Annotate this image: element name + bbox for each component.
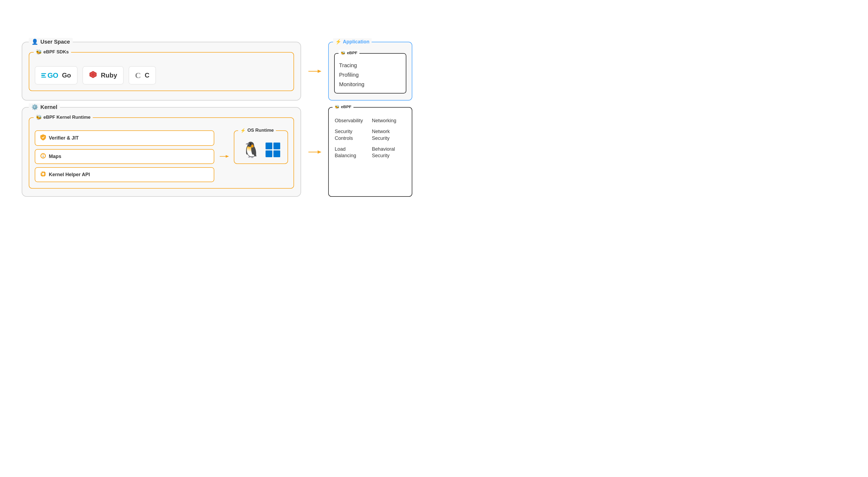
top-row: 👤 User Space 🐝 eBPF SDKs <box>22 42 412 101</box>
application-box: ⚡ Application 🐝 eBPF Tracing Profiling M… <box>328 42 412 101</box>
bottom-row: ⚙️ Kernel 🐝 eBPF Kernel Runtime <box>22 107 412 197</box>
win-block-4 <box>273 150 280 157</box>
kernel-runtime-box: 🐝 eBPF Kernel Runtime <box>29 117 294 189</box>
ebpf-kernel-right-label: 🐝 eBPF <box>333 104 353 109</box>
svg-rect-13 <box>40 174 41 174</box>
profiling-item: Profiling <box>339 72 401 78</box>
svg-point-10 <box>42 173 44 175</box>
kernel-box: ⚙️ Kernel 🐝 eBPF Kernel Runtime <box>22 107 301 197</box>
behavioral-security-item: BehavioralSecurity <box>372 146 406 159</box>
svg-rect-14 <box>45 174 46 174</box>
svg-marker-19 <box>318 150 321 154</box>
os-runtime-box: ⚡ OS Runtime 🐧 <box>234 130 288 164</box>
bee-icon-sdks: 🐝 <box>36 49 42 55</box>
go-pill: GO Go <box>35 66 78 84</box>
kernel-runtime-label: 🐝 eBPF Kernel Runtime <box>34 114 93 121</box>
os-icons-row: 🐧 <box>240 142 282 158</box>
user-space-box: 👤 User Space 🐝 eBPF SDKs <box>22 42 301 101</box>
win-block-1 <box>266 142 272 149</box>
go-logo-icon: GO <box>41 71 58 80</box>
tracing-list: Tracing Profiling Monitoring <box>339 62 401 88</box>
networking-item: Networking <box>372 117 406 124</box>
kernel-label: ⚙️ Kernel <box>29 103 60 111</box>
application-label: ⚡ Application <box>333 38 372 45</box>
ruby-pill: Ruby <box>83 66 124 84</box>
monitoring-item: Monitoring <box>339 81 401 88</box>
pills-to-os-arrow <box>219 154 229 159</box>
gear-icon-kernel <box>40 171 46 178</box>
ebpf-sdks-label: 🐝 eBPF SDKs <box>34 48 71 56</box>
chip-icon: ⚙️ <box>31 104 38 110</box>
c-pill: C C <box>129 66 156 84</box>
tracing-item: Tracing <box>339 62 401 69</box>
ebpf-kernel-right-box: 🐝 eBPF Observability Networking Security… <box>328 107 412 197</box>
security-controls-item: SecurityControls <box>335 128 369 141</box>
person-icon: 👤 <box>31 38 38 45</box>
bee-icon-kernel: 🐝 <box>36 114 42 120</box>
app-ebpf-box: 🐝 eBPF Tracing Profiling Monitoring <box>334 53 406 94</box>
win-block-2 <box>273 142 280 149</box>
compass-icon <box>40 153 46 160</box>
bolt-icon-os: ⚡ <box>240 128 246 133</box>
kernel-inner-row: Verifier & JIT Maps <box>35 130 288 182</box>
bee-icon-app: 🐝 <box>341 51 345 55</box>
load-balancing-item: LoadBalancing <box>335 146 369 159</box>
sdk-pills-row: GO Go <box>35 66 288 84</box>
kernel-pills-col: Verifier & JIT Maps <box>35 130 214 182</box>
os-runtime-label: ⚡ OS Runtime <box>238 127 276 134</box>
network-security-item: NetworkSecurity <box>372 128 406 141</box>
observability-item: Observability <box>335 117 369 124</box>
bolt-icon-app: ⚡ <box>335 39 341 45</box>
svg-marker-4 <box>318 70 321 73</box>
ebpf-sdks-box: 🐝 eBPF SDKs GO <box>29 52 294 91</box>
maps-pill: Maps <box>35 149 214 164</box>
kernel-capability-grid: Observability Networking SecurityControl… <box>335 117 406 159</box>
kernel-helper-pill: Kernel Helper API <box>35 167 214 182</box>
c-logo-icon: C <box>135 71 141 80</box>
user-space-label: 👤 User Space <box>29 38 73 45</box>
ruby-gem-icon <box>89 70 97 80</box>
windows-icon <box>266 142 280 157</box>
svg-rect-11 <box>43 171 43 172</box>
bee-icon-kernel-right: 🐝 <box>335 105 339 109</box>
os-to-ebpf-arrow <box>307 149 323 155</box>
diagram: 👤 User Space 🐝 eBPF SDKs <box>16 36 418 202</box>
app-ebpf-label: 🐝 eBPF <box>339 50 360 56</box>
linux-icon: 🐧 <box>242 142 261 158</box>
verifier-pill: Verifier & JIT <box>35 130 214 146</box>
win-block-3 <box>266 150 272 157</box>
shield-icon <box>40 134 46 142</box>
svg-rect-12 <box>43 176 43 177</box>
sdk-to-app-arrow <box>307 68 323 74</box>
svg-marker-17 <box>226 155 229 158</box>
